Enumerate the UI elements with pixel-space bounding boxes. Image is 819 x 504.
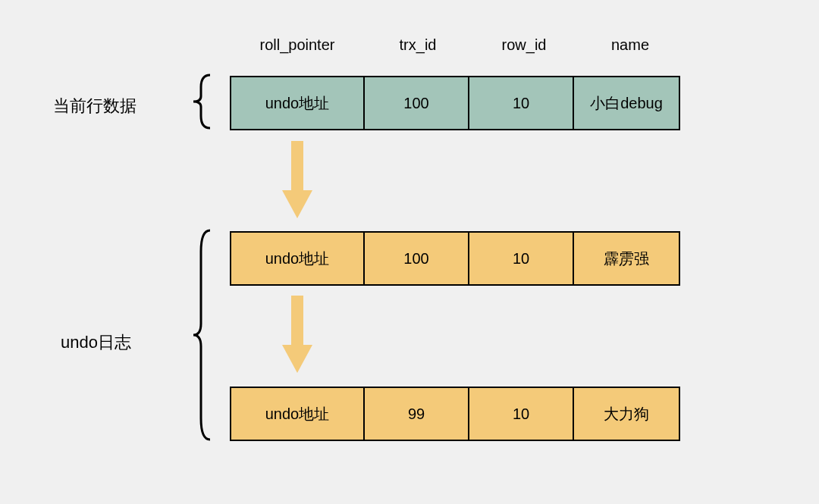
current-row-label: 当前行数据 xyxy=(53,95,136,117)
cell-roll-pointer: undo地址 xyxy=(231,388,365,440)
column-headers: roll_pointer trx_id row_id name xyxy=(230,36,683,54)
header-trx-id: trx_id xyxy=(365,36,471,54)
diagram-container: roll_pointer trx_id row_id name 当前行数据 un… xyxy=(0,0,819,504)
cell-name: 霹雳强 xyxy=(574,233,679,284)
arrow-down-icon xyxy=(282,296,312,375)
cell-trx-id: 100 xyxy=(365,233,469,284)
current-data-row: undo地址 100 10 小白debug xyxy=(230,76,680,130)
svg-rect-1 xyxy=(291,296,303,349)
cell-row-id: 10 xyxy=(469,77,574,129)
brace-icon xyxy=(186,229,216,441)
header-roll-pointer: roll_pointer xyxy=(230,36,365,54)
cell-row-id: 10 xyxy=(469,388,574,440)
undo-row-2: undo地址 99 10 大力狗 xyxy=(230,387,680,441)
undo-row-1: undo地址 100 10 霹雳强 xyxy=(230,231,680,286)
undo-log-label: undo日志 xyxy=(61,331,131,354)
arrow-down-icon xyxy=(282,141,312,221)
brace-icon xyxy=(186,74,216,130)
cell-trx-id: 99 xyxy=(365,388,469,440)
cell-roll-pointer: undo地址 xyxy=(231,233,365,284)
cell-row-id: 10 xyxy=(469,233,574,284)
svg-rect-0 xyxy=(291,141,303,194)
cell-name: 大力狗 xyxy=(574,388,679,440)
cell-trx-id: 100 xyxy=(365,77,469,129)
header-name: name xyxy=(577,36,683,54)
cell-roll-pointer: undo地址 xyxy=(231,77,365,129)
cell-name: 小白debug xyxy=(574,77,679,129)
header-row-id: row_id xyxy=(471,36,577,54)
